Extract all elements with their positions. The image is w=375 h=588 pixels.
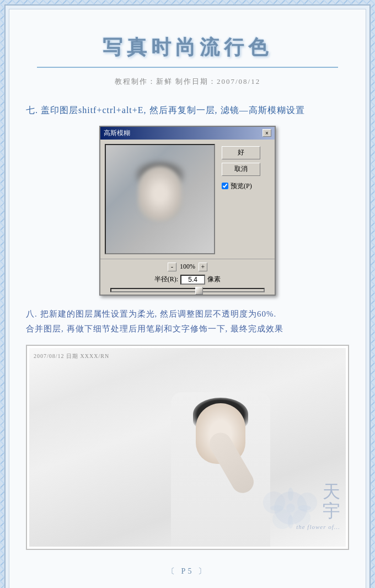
dialog-titlebar: 高斯模糊 × bbox=[100, 127, 275, 140]
radius-unit-label: 像素 bbox=[207, 275, 221, 284]
svg-point-5 bbox=[286, 504, 295, 512]
svg-point-8 bbox=[270, 505, 283, 511]
dialog-box: 高斯模糊 × bbox=[99, 126, 276, 296]
final-image: 2007/08/12 日期 XXXX/RN bbox=[29, 348, 346, 547]
page-inner-wrapper: 写真时尚流行色 教程制作：新鲜 制作日期：2007/08/12 七. 盖印图层s… bbox=[4, 4, 371, 588]
dialog-preview-area bbox=[105, 144, 215, 254]
page-number: 〔 P5 〕 bbox=[26, 561, 349, 587]
preview-checkbox-container: 预览(P) bbox=[222, 181, 268, 191]
face-shape bbox=[138, 166, 182, 221]
gaussian-blur-dialog: 高斯模糊 × bbox=[99, 126, 276, 296]
radius-label: 半径(R): bbox=[154, 275, 178, 284]
dialog-bottom: - 100% + 半径(R): 像素 bbox=[100, 259, 275, 295]
cancel-button[interactable]: 取消 bbox=[222, 163, 260, 176]
preview-checkbox-label: 预览(P) bbox=[231, 181, 252, 191]
section8-line2: 合并图层, 再做下细节处理后用笔刷和文字修饰一下, 最终完成效果 bbox=[26, 322, 349, 336]
zoom-controls: - 100% + bbox=[105, 263, 270, 271]
radius-row: 半径(R): 像素 bbox=[105, 275, 270, 285]
dialog-close-button[interactable]: × bbox=[262, 129, 271, 137]
dialog-body: 好 取消 预览(P) bbox=[100, 140, 275, 259]
zoom-percent-label: 100% bbox=[180, 263, 195, 271]
svg-point-7 bbox=[288, 515, 293, 528]
preview-checkbox[interactable] bbox=[222, 183, 228, 189]
radius-input[interactable] bbox=[180, 275, 205, 285]
dialog-title-label: 高斯模糊 bbox=[104, 129, 130, 138]
main-content: 写真时尚流行色 教程制作：新鲜 制作日期：2007/08/12 七. 盖印图层s… bbox=[9, 9, 366, 588]
ok-button[interactable]: 好 bbox=[222, 146, 260, 159]
section7-heading: 七. 盖印图层shitf+ctrl+alt+E, 然后再复制一层, 滤镜—高斯模… bbox=[26, 103, 349, 117]
image-text-overlay: 天 宇 the flower of... bbox=[296, 482, 340, 530]
page-subtitle: 教程制作：新鲜 制作日期：2007/08/12 bbox=[26, 72, 349, 98]
title-divider bbox=[37, 67, 338, 68]
blur-slider-track bbox=[110, 288, 265, 292]
zoom-in-button[interactable]: + bbox=[199, 263, 207, 271]
final-image-container: 2007/08/12 日期 XXXX/RN bbox=[26, 345, 349, 550]
preview-image bbox=[127, 161, 193, 238]
blur-slider-thumb[interactable] bbox=[195, 287, 203, 295]
svg-point-6 bbox=[288, 488, 293, 501]
blur-slider-container bbox=[105, 288, 270, 292]
section8-description: 八. 把新建的图层属性设置为柔光, 然后调整图层不透明度为60%. 合并图层, … bbox=[26, 307, 349, 336]
overlay-char-1: 天 bbox=[323, 482, 340, 501]
dialog-controls: 好 取消 预览(P) bbox=[219, 144, 270, 254]
image-watermark: 2007/08/12 日期 XXXX/RN bbox=[34, 352, 109, 360]
zoom-out-button[interactable]: - bbox=[168, 263, 176, 271]
page-title: 写真时尚流行色 bbox=[26, 18, 349, 67]
image-caption: the flower of... bbox=[296, 523, 340, 530]
overlay-char-2: 宇 bbox=[323, 501, 340, 521]
section8-line1: 八. 把新建的图层属性设置为柔光, 然后调整图层不透明度为60%. bbox=[26, 307, 349, 322]
page-outer-wrapper: 写真时尚流行色 教程制作：新鲜 制作日期：2007/08/12 七. 盖印图层s… bbox=[0, 0, 375, 588]
